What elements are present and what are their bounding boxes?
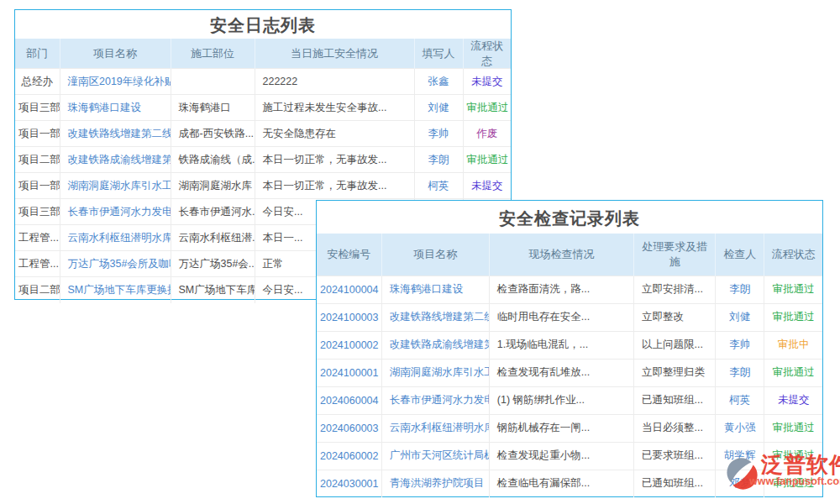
table-row[interactable]: 项目二部改建铁路成渝线增建第二...铁路成渝线（成...本日一切正常，无事故发.… [15,147,511,173]
table-row[interactable]: 2024060002广州市天河区统计局机...检查发现起重小物...已要求班组.… [317,442,822,470]
link-cell[interactable]: 李朗 [716,359,764,386]
status-cell: 作废 [463,121,511,147]
link-cell[interactable]: 2024100001 [317,359,381,386]
text-cell: 已通知班组... [634,386,716,414]
table-row[interactable]: 2024100001湖南洞庭湖水库引水工...检查发现有乱堆放...立即整理归类… [317,359,822,386]
table-row[interactable]: 项目一部改建铁路线增建第二线直...成都-西安铁路...无安全隐患存在李帅作废 [15,121,511,147]
text-cell: 已要求班组... [634,442,716,470]
link-cell[interactable]: 2024100004 [317,276,381,303]
link-cell[interactable]: 珠海鹤港口建设 [381,276,489,303]
link-cell[interactable]: 张鑫 [414,69,463,95]
link-cell[interactable]: 改建铁路成渝线增建第... [381,331,489,359]
link-cell[interactable]: 李朗 [716,276,764,303]
table-row[interactable]: 2024100002改建铁路成渝线增建第...1.现场临电混乱，...以上问题限… [317,331,822,359]
text-cell: 立即安排清... [634,276,716,303]
text-cell: (1) 钢筋绑扎作业... [489,386,633,414]
text-cell: 本日一切正常，无事故发... [255,147,414,173]
safety-check-panel: 安全检查记录列表 安检编号项目名称现场检查情况处理要求及措施检查人流程状态 20… [316,200,823,497]
text-cell: 项目一部 [15,173,60,199]
table-row[interactable]: 2024100004珠海鹤港口建设检查路面清洗，路...立即安排清...李朗审批… [317,276,822,303]
link-cell[interactable]: 柯英 [716,386,764,414]
text-cell: 临时用电存在安全... [489,303,633,331]
status-cell: 审批通过 [764,442,822,470]
link-cell[interactable]: SM广场地下车库更换摄... [60,277,171,303]
link-cell[interactable]: 改建铁路成渝线增建第二... [60,147,171,173]
table-row[interactable]: 2024060003云南水利枢纽潜明水库...钢筋机械存在一闸...当日必须整.… [317,414,822,442]
text-cell: 工程管... [15,225,60,251]
link-cell[interactable]: 万达广场35#会所及咖啡... [60,251,171,277]
link-cell[interactable]: 青海洪湖养护院项目 [381,470,489,497]
link-cell[interactable]: 改建铁路线增建第二线直... [60,121,171,147]
link-cell[interactable]: 2024060002 [317,442,381,470]
link-cell[interactable]: 2024100002 [317,331,381,359]
link-cell[interactable]: 胡学辉 [716,442,764,470]
text-cell: 铁路成渝线（成... [171,147,255,173]
text-cell: 成都-西安铁路... [171,121,255,147]
status-cell: 审批通过 [463,147,511,173]
column-header: 当日施工安全情况 [255,39,414,69]
link-cell[interactable]: 珠海鹤港口建设 [60,95,171,121]
link-cell[interactable]: 2024060003 [317,414,381,442]
table-row[interactable]: 2024060004长春市伊通河水力发电...(1) 钢筋绑扎作业...已通知班… [317,386,822,414]
status-cell: 审批通过 [764,470,822,497]
text-cell: 工程管... [15,251,60,277]
status-cell: 审批通过 [463,95,511,121]
link-cell[interactable]: 柯英 [414,173,463,199]
text-cell: 钢筋机械存在一闸... [489,414,633,442]
link-cell[interactable]: 云南水利枢纽潜明水库... [381,414,489,442]
text-cell: 立即整改 [634,303,716,331]
text-cell: SM广场地下车库 [171,277,255,303]
text-cell: 万达广场35#会... [171,251,255,277]
link-cell[interactable]: 潼南区2019年绿化补贴项... [60,69,171,95]
text-cell [171,69,255,95]
link-cell[interactable]: 2024100003 [317,303,381,331]
status-cell: 审批中 [764,331,822,359]
text-cell: 湖南洞庭湖水库 [171,173,255,199]
text-cell: 检查路面清洗，路... [489,276,633,303]
column-header: 安检编号 [317,234,381,276]
link-cell[interactable]: 云南水利枢纽潜明水库一... [60,225,171,251]
column-header: 项目名称 [60,39,171,69]
status-cell: 审批通过 [764,414,822,442]
link-cell[interactable]: 刘健 [716,303,764,331]
safety-check-header-row: 安检编号项目名称现场检查情况处理要求及措施检查人流程状态 [317,234,822,276]
status-cell: 未提交 [764,386,822,414]
link-cell[interactable]: 李帅 [414,121,463,147]
safety-check-table: 安检编号项目名称现场检查情况处理要求及措施检查人流程状态 2024100004珠… [317,234,822,497]
text-cell: 已通知班组... [634,470,716,497]
table-row[interactable]: 2024030001青海洪湖养护院项目检查临电有漏保部...已通知班组...邓梦… [317,470,822,497]
text-cell: 项目一部 [15,121,60,147]
link-cell[interactable]: 湖南洞庭湖水库引水工... [381,359,489,386]
text-cell: 以上问题限... [634,331,716,359]
text-cell: 项目二部 [15,277,60,303]
link-cell[interactable]: 2024030001 [317,470,381,497]
safety-check-title: 安全检查记录列表 [317,201,822,234]
safety-log-header-row: 部门项目名称施工部位当日施工安全情况填写人流程状态 [15,39,511,69]
link-cell[interactable]: 长春市伊通河水力发电... [381,386,489,414]
link-cell[interactable]: 湖南洞庭湖水库引水工程... [60,173,171,199]
text-cell: 222222 [255,69,414,95]
table-row[interactable]: 项目三部珠海鹤港口建设珠海鹤港口施工过程未发生安全事故...刘健审批通过 [15,95,511,121]
text-cell: 检查发现有乱堆放... [489,359,633,386]
link-cell[interactable]: 邓梦 [716,470,764,497]
link-cell[interactable]: 改建铁路线增建第二线... [381,303,489,331]
link-cell[interactable]: 李朗 [414,147,463,173]
table-row[interactable]: 2024100003改建铁路线增建第二线...临时用电存在安全...立即整改刘健… [317,303,822,331]
column-header: 部门 [15,39,60,69]
text-cell: 无安全隐患存在 [255,121,414,147]
link-cell[interactable]: 刘健 [414,95,463,121]
link-cell[interactable]: 广州市天河区统计局机... [381,442,489,470]
link-cell[interactable]: 2024060004 [317,386,381,414]
text-cell: 检查发现起重小物... [489,442,633,470]
text-cell: 长春市伊通河水... [171,199,255,225]
link-cell[interactable]: 黄小强 [716,414,764,442]
status-cell: 未提交 [463,69,511,95]
text-cell: 本日一切正常，无事故发... [255,173,414,199]
table-row[interactable]: 总经办潼南区2019年绿化补贴项...222222张鑫未提交 [15,69,511,95]
status-cell: 审批通过 [764,359,822,386]
text-cell: 云南水利枢纽潜... [171,225,255,251]
column-header: 填写人 [414,39,463,69]
table-row[interactable]: 项目一部湖南洞庭湖水库引水工程...湖南洞庭湖水库本日一切正常，无事故发...柯… [15,173,511,199]
link-cell[interactable]: 李帅 [716,331,764,359]
link-cell[interactable]: 长春市伊通河水力发电厂... [60,199,171,225]
